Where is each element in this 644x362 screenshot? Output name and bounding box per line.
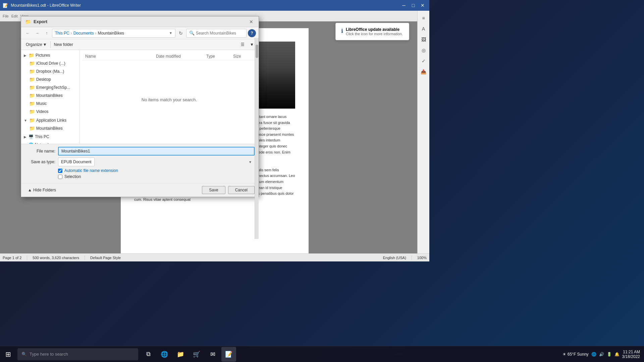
emerging-folder-icon: 📁 bbox=[29, 85, 35, 90]
lo-review-button[interactable]: ✓ bbox=[419, 56, 428, 66]
taskbar-search-icon: 🔍 bbox=[21, 352, 27, 357]
dialog-title: Export bbox=[34, 19, 245, 24]
save-as-type-select[interactable]: EPUB Document PDF Document HTML Document bbox=[58, 158, 95, 166]
search-input[interactable] bbox=[196, 31, 244, 36]
view-controls: ☰ ▼ bbox=[239, 41, 256, 48]
taskbar-volume-icon[interactable]: 🔊 bbox=[599, 352, 604, 357]
taskbar-explorer-icon[interactable]: 📁 bbox=[173, 347, 188, 362]
lo-properties-button[interactable]: ≡ bbox=[419, 13, 428, 23]
refresh-button[interactable]: ↻ bbox=[177, 29, 185, 37]
sidebar-label-thispc: This PC bbox=[35, 134, 49, 139]
lo-close-button[interactable]: ✕ bbox=[419, 1, 427, 9]
scrollbar[interactable] bbox=[255, 38, 259, 239]
taskbar-search-box[interactable]: 🔍 bbox=[17, 348, 138, 360]
sidebar-item-music[interactable]: 📁 Music bbox=[21, 100, 79, 108]
taskbar-network-icon[interactable]: 🌐 bbox=[591, 352, 596, 357]
lo-word-count: 500 words, 3,620 characters bbox=[33, 256, 79, 260]
lo-file-menu[interactable]: File bbox=[1, 14, 10, 18]
taskbar-store-icon[interactable]: 🛒 bbox=[189, 347, 204, 362]
start-button[interactable]: ⊞ bbox=[0, 346, 16, 362]
taskbar-edge-icon[interactable]: 🌐 bbox=[157, 347, 172, 362]
auto-extension-checkbox[interactable] bbox=[58, 169, 62, 173]
auto-extension-row[interactable]: Automatic file name extension bbox=[58, 168, 255, 173]
taskbar-search-input[interactable] bbox=[30, 352, 134, 357]
lo-styles-button[interactable]: A bbox=[419, 24, 428, 34]
sidebar-item-mountainbikes-1[interactable]: 📁 MountainBikes bbox=[21, 92, 79, 100]
lo-navigator-button[interactable]: ◎ bbox=[419, 46, 428, 55]
sidebar-item-desktop[interactable]: 📁 Desktop bbox=[21, 75, 79, 83]
lo-export-button[interactable]: 📤 bbox=[419, 67, 428, 76]
col-size: Size bbox=[233, 54, 253, 59]
breadcrumb-documents[interactable]: Documents bbox=[73, 31, 94, 36]
organize-button[interactable]: Organize ▼ bbox=[24, 41, 49, 48]
nav-back-button[interactable]: ← bbox=[24, 29, 32, 37]
sidebar-item-pictures[interactable]: ▶ 📁 Pictures bbox=[21, 51, 79, 59]
breadcrumb-root[interactable]: This PC bbox=[55, 31, 69, 36]
dropbox-folder-icon: 📁 bbox=[29, 69, 35, 74]
dialog-nav: ← → ↑ This PC › Documents › MountainBike… bbox=[21, 27, 259, 39]
file-name-input[interactable] bbox=[58, 147, 255, 156]
sidebar-item-videos[interactable]: 📁 Videos bbox=[21, 108, 79, 116]
sidebar-label-applinks: Application Links bbox=[36, 118, 66, 123]
notification-icon[interactable]: 🔔 bbox=[614, 352, 620, 357]
dialog-footer: File name: Save as type: EPUB Document P… bbox=[21, 144, 259, 183]
task-view-button[interactable]: ⧉ bbox=[141, 347, 156, 362]
taskbar-app-icons: ⧉ 🌐 📁 🛒 ✉ 📝 bbox=[141, 347, 236, 362]
dialog-toolbar2: Organize ▼ New folder ☰ ▼ bbox=[21, 39, 259, 50]
help-button[interactable]: ? bbox=[248, 29, 256, 37]
lo-maximize-button[interactable]: □ bbox=[409, 1, 417, 9]
dialog-close-button[interactable]: ✕ bbox=[248, 18, 255, 25]
collapse-icon: ▲ bbox=[28, 188, 32, 192]
sidebar-item-applinks[interactable]: ▼ 📁 Application Links bbox=[21, 116, 79, 124]
breadcrumb-dropdown-arrow[interactable]: ▼ bbox=[169, 31, 172, 35]
applinks-folder-icon: 📁 bbox=[29, 118, 35, 123]
lo-minimize-button[interactable]: ─ bbox=[400, 1, 408, 9]
hide-folders-button[interactable]: ▲ Hide Folders bbox=[25, 186, 59, 194]
hide-folders-label: Hide Folders bbox=[33, 188, 56, 192]
sidebar-item-icloud[interactable]: 📁 iCloud Drive (...) bbox=[21, 59, 79, 67]
sidebar-item-network[interactable]: ▶ 🌐 Network bbox=[21, 141, 79, 144]
sidebar-label-videos: Videos bbox=[36, 109, 48, 114]
cancel-button[interactable]: Cancel bbox=[228, 186, 255, 194]
lo-window-controls: ─ □ ✕ bbox=[400, 1, 427, 9]
view-list-button[interactable]: ☰ bbox=[239, 41, 247, 48]
selection-label[interactable]: Selection bbox=[64, 174, 81, 179]
lo-edit-menu[interactable]: Edit bbox=[10, 14, 19, 18]
taskbar-writer-icon[interactable]: 📝 bbox=[221, 347, 236, 362]
taskbar-clock[interactable]: 11:21 AM 3/18/2022 bbox=[622, 350, 640, 359]
nav-forward-button[interactable]: → bbox=[33, 29, 41, 37]
sidebar-group-applinks: ▼ 📁 Application Links 📁 MountainBikes bbox=[21, 116, 79, 132]
sidebar-item-emerging[interactable]: 📁 EmergingTechSp... bbox=[21, 83, 79, 92]
sidebar-label-mountainbikes-1: MountainBikes bbox=[36, 93, 63, 98]
scrollbar-thumb[interactable] bbox=[256, 45, 258, 58]
save-as-type-label: Save as type: bbox=[25, 160, 55, 164]
nav-up-button[interactable]: ↑ bbox=[43, 29, 51, 37]
taskbar-mail-icon[interactable]: ✉ bbox=[205, 347, 220, 362]
new-folder-button[interactable]: New folder bbox=[52, 41, 75, 48]
taskbar-battery-icon[interactable]: 🔋 bbox=[607, 352, 612, 357]
update-text: LibreOffice update available Click the i… bbox=[346, 27, 403, 36]
lo-right-sidebar: ≡ A 🖼 ◎ ✓ 📤 bbox=[417, 11, 429, 261]
sidebar-label-dropbox: Dropbox (Ma...) bbox=[36, 69, 64, 74]
col-date: Date modified bbox=[156, 54, 206, 59]
sidebar-label-desktop: Desktop bbox=[36, 77, 51, 82]
sidebar-expand-applinks: ▼ bbox=[24, 119, 27, 122]
update-subtitle: Click the icon for more information. bbox=[346, 32, 403, 36]
sidebar-item-mountainbikes-2[interactable]: 📁 MountainBikes bbox=[21, 124, 79, 132]
sidebar-item-thispc[interactable]: ▶ 🖥️ This PC bbox=[21, 133, 79, 140]
file-name-row: File name: bbox=[25, 147, 255, 156]
desktop-folder-icon: 📁 bbox=[29, 77, 35, 82]
selection-checkbox[interactable] bbox=[58, 175, 62, 179]
sidebar-item-dropbox[interactable]: 📁 Dropbox (Ma...) bbox=[21, 67, 79, 75]
selection-row[interactable]: Selection bbox=[58, 174, 255, 179]
sidebar-label-mountainbikes-2: MountainBikes bbox=[36, 126, 63, 131]
lo-gallery-button[interactable]: 🖼 bbox=[419, 35, 428, 44]
taskbar: ⊞ 🔍 ⧉ 🌐 📁 🛒 ✉ 📝 ☀ 65°F Sunny 🌐 🔊 🔋 🔔 11:… bbox=[0, 346, 644, 362]
save-button[interactable]: Save bbox=[202, 186, 225, 194]
dialog-sidebar: ▶ 📁 Pictures 📁 iCloud Drive (...) 📁 Drop… bbox=[21, 50, 80, 144]
lo-window-title: MountainBikes1.odt - LibreOffice Writer bbox=[11, 3, 397, 8]
auto-extension-label[interactable]: Automatic file name extension bbox=[64, 168, 118, 173]
videos-folder-icon: 📁 bbox=[29, 109, 35, 114]
update-notification[interactable]: ℹ LibreOffice update available Click the… bbox=[335, 23, 409, 40]
music-folder-icon: 📁 bbox=[29, 101, 35, 106]
